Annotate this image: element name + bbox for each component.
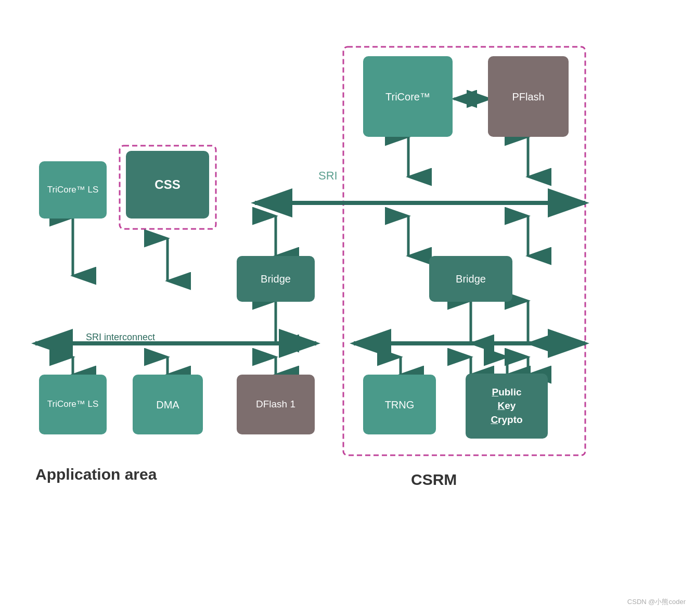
tricore-tm-box: TriCore™ [363,56,453,137]
diagram-arrows [0,0,695,616]
tricore-ls-top-box: TriCore™ LS [39,161,107,219]
trng-box: TRNG [363,375,436,434]
dflash1-box: DFlash 1 [237,375,315,434]
bridge-right-box: Bridge [429,256,512,302]
dma-box: DMA [133,375,203,434]
watermark: CSDN @小熊coder [627,597,686,607]
bridge-left-box: Bridge [237,256,315,302]
csrm-label: CSRM [411,471,457,489]
css-box: CSS [126,151,209,219]
diagram-container: TriCore™ LS CSS Bridge TriCore™ LS DMA D… [0,0,695,616]
pflash-box: PFlash [488,56,569,137]
tricore-ls-bottom-box: TriCore™ LS [39,375,107,434]
sri-label: SRI [318,169,338,183]
sri-interconnect-label: SRI interconnect [86,332,155,343]
public-key-crypto-box: PublicKeyCrypto [466,374,548,439]
application-area-label: Application area [35,466,157,483]
